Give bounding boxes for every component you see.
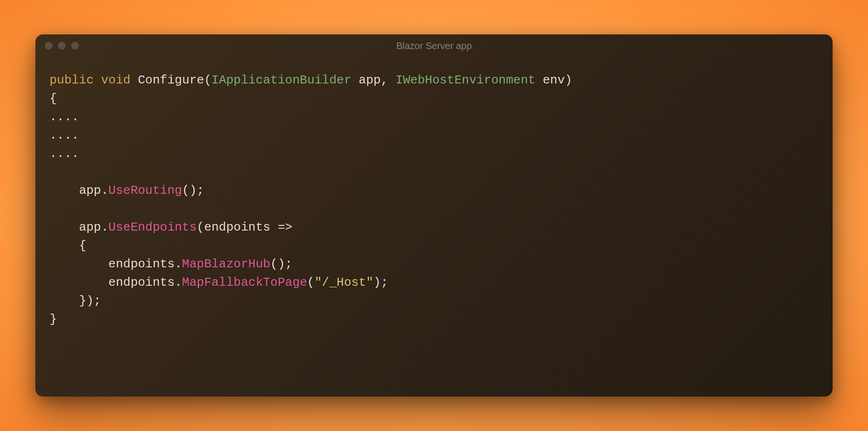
punct-close-paren: ) xyxy=(565,73,572,87)
punct-dot: . xyxy=(175,275,182,290)
identifier-endpoints: endpoints xyxy=(50,275,175,290)
punct-parens-semi: (); xyxy=(182,183,204,198)
method-useendpoints: UseEndpoints xyxy=(108,220,197,234)
code-editor[interactable]: public void Configure(IApplicationBuilde… xyxy=(35,57,833,397)
ellipsis-line: .... xyxy=(50,147,79,161)
punct-open-paren: ( xyxy=(204,73,212,87)
param-env: env xyxy=(535,73,565,87)
method-userouting: UseRouting xyxy=(108,183,182,198)
code-window: Blazor Server app public void Configure(… xyxy=(35,34,833,397)
punct-dot: . xyxy=(101,220,108,234)
identifier-endpoints: endpoints xyxy=(50,257,175,271)
brace-open: { xyxy=(50,91,57,106)
punct-open-paren: ( xyxy=(307,275,315,290)
keyword-public: public xyxy=(50,73,94,87)
ellipsis-line: .... xyxy=(50,110,79,124)
lambda-head: (endpoints => xyxy=(197,220,292,234)
close-icon[interactable] xyxy=(45,42,52,50)
identifier-app: app xyxy=(50,220,101,234)
param-app: app xyxy=(351,73,381,87)
minimize-icon[interactable] xyxy=(58,42,66,50)
keyword-void: void xyxy=(101,73,130,87)
maximize-icon[interactable] xyxy=(71,42,79,50)
window-controls xyxy=(45,42,79,50)
ellipsis-line: .... xyxy=(50,128,79,142)
method-name-configure: Configure xyxy=(138,73,204,87)
brace-close: } xyxy=(50,312,57,326)
punct-parens-semi: (); xyxy=(270,257,292,271)
identifier-app: app xyxy=(50,183,101,198)
method-mapblazorhub: MapBlazorHub xyxy=(182,257,270,271)
type-iwebhostenvironment: IWebHostEnvironment xyxy=(395,73,535,87)
punct-dot: . xyxy=(101,183,108,198)
type-iapplicationbuilder: IApplicationBuilder xyxy=(211,73,351,87)
titlebar: Blazor Server app xyxy=(35,34,833,57)
method-mapfallbacktopage: MapFallbackToPage xyxy=(182,275,307,290)
window-title: Blazor Server app xyxy=(396,41,472,51)
punct-comma: , xyxy=(381,73,395,87)
punct-close-paren-semi: ); xyxy=(374,275,388,290)
string-host: "/_Host" xyxy=(315,275,374,290)
punct-dot: . xyxy=(175,257,182,271)
inner-brace-open: { xyxy=(50,239,86,253)
inner-brace-close: }); xyxy=(50,294,101,308)
